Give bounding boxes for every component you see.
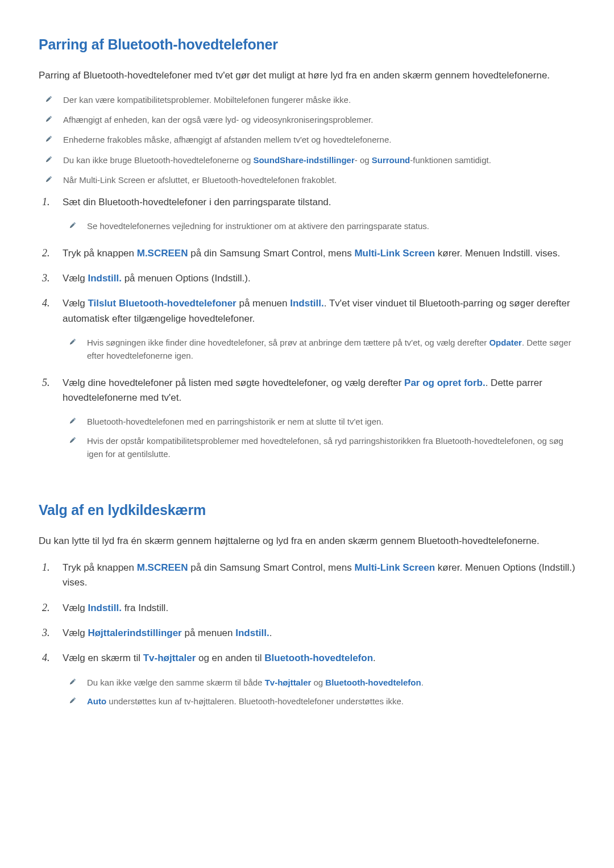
keyword: Auto	[87, 696, 106, 706]
note-item: Der kan være kompatibilitetsproblemer. M…	[39, 90, 575, 110]
step-item: 3. Vælg Indstill. på menuen Options (Ind…	[39, 266, 575, 291]
subnote-item: Se hovedtelefonernes vejledning for inst…	[63, 217, 575, 235]
pencil-icon	[68, 417, 77, 425]
subnote-item: Du kan ikke vælge den samme skærm til bå…	[63, 673, 575, 692]
pencil-icon	[68, 678, 77, 686]
keyword: M.SCREEN	[137, 248, 188, 259]
section-pairing: Parring af Bluetooth-hovedtelefoner Parr…	[39, 34, 575, 468]
steps-list: 1. Sæt din Bluetooth-hovedtelefoner i de…	[39, 190, 575, 468]
keyword: Indstill.	[88, 603, 122, 613]
subnote-item: Auto understøttes kun af tv-højttaleren.…	[63, 692, 575, 711]
step-number: 1.	[42, 195, 52, 209]
note-item: Du kan ikke bruge Bluetooth-hovedtelefon…	[39, 150, 575, 170]
keyword: Opdater	[489, 338, 522, 347]
keyword: Multi-Link Screen	[354, 562, 435, 573]
subnote-item: Bluetooth-hovedtelefonen med en parrings…	[63, 412, 575, 431]
keyword: Par og opret forb.	[404, 377, 486, 388]
step-item: 1. Tryk på knappen M.SCREEN på din Samsu…	[39, 555, 575, 596]
step-item: 1. Sæt din Bluetooth-hovedtelefoner i de…	[39, 190, 575, 241]
keyword: Indstill.	[290, 298, 324, 309]
keyword: Tv-højttaler	[265, 678, 312, 687]
pencil-icon	[68, 221, 77, 230]
pencil-icon	[44, 155, 53, 164]
subnotes-list: Du kan ikke vælge den samme skærm til bå…	[63, 673, 575, 711]
keyword: Multi-Link Screen	[354, 248, 435, 259]
pencil-icon	[44, 135, 53, 143]
keyword: Tilslut Bluetooth-hovedtelefoner	[88, 298, 236, 309]
note-item: Afhængigt af enheden, kan der også være …	[39, 110, 575, 130]
step-item: 2. Tryk på knappen M.SCREEN på din Samsu…	[39, 241, 575, 266]
subnotes-list: Se hovedtelefonernes vejledning for inst…	[63, 217, 575, 235]
section-title: Parring af Bluetooth-hovedtelefoner	[39, 34, 575, 56]
section-intro: Du kan lytte til lyd fra én skærm gennem…	[39, 534, 575, 549]
step-item: 4. Vælg Tilslut Bluetooth-hovedtelefoner…	[39, 291, 575, 370]
step-number: 1.	[42, 560, 52, 575]
pencil-icon	[44, 115, 53, 123]
step-number: 4.	[42, 296, 52, 310]
note-item: Enhederne frakobles måske, afhængigt af …	[39, 130, 575, 149]
keyword: Surround	[372, 155, 410, 165]
step-item: 4. Vælg en skærm til Tv-højttaler og en …	[39, 646, 575, 716]
pencil-icon	[44, 95, 53, 103]
note-item: Når Multi-Link Screen er afsluttet, er B…	[39, 170, 575, 190]
section-audio-source: Valg af en lydkildeskærm Du kan lytte ti…	[39, 500, 575, 716]
keyword: M.SCREEN	[137, 562, 188, 573]
step-number: 3.	[42, 626, 52, 640]
step-item: 5. Vælg dine hovedtelefoner på listen me…	[39, 371, 575, 468]
pencil-icon	[68, 436, 77, 445]
step-number: 2.	[42, 246, 52, 260]
step-item: 3. Vælg Højttalerindstillinger på menuen…	[39, 621, 575, 646]
notes-list: Der kan være kompatibilitetsproblemer. M…	[39, 90, 575, 190]
step-item: 2. Vælg Indstill. fra Indstill.	[39, 596, 575, 621]
keyword: Bluetooth-hovedtelefon	[325, 678, 421, 687]
subnote-item: Hvis der opstår kompatibilitetsproblemer…	[63, 431, 575, 464]
step-number: 4.	[42, 651, 52, 665]
subnotes-list: Bluetooth-hovedtelefonen med en parrings…	[63, 412, 575, 463]
section-intro: Parring af Bluetooth-hovedtelefoner med …	[39, 68, 575, 83]
keyword: SoundShare-indstillinger	[253, 155, 354, 165]
keyword: Bluetooth-hovedtelefon	[264, 653, 373, 663]
keyword: Tv-højttaler	[143, 653, 196, 663]
pencil-icon	[68, 696, 77, 705]
keyword: Indstill.	[235, 628, 269, 638]
pencil-icon	[68, 338, 77, 346]
step-number: 3.	[42, 271, 52, 285]
subnotes-list: Hvis søgningen ikke finder dine hovedtel…	[63, 333, 575, 366]
pencil-icon	[44, 175, 53, 184]
steps-list: 1. Tryk på knappen M.SCREEN på din Samsu…	[39, 555, 575, 716]
step-number: 2.	[42, 601, 52, 615]
keyword: Højttalerindstillinger	[88, 628, 181, 638]
step-number: 5.	[42, 376, 52, 390]
keyword: Indstill.	[88, 273, 122, 284]
subnote-item: Hvis søgningen ikke finder dine hovedtel…	[63, 333, 575, 366]
section-title: Valg af en lydkildeskærm	[39, 500, 575, 521]
